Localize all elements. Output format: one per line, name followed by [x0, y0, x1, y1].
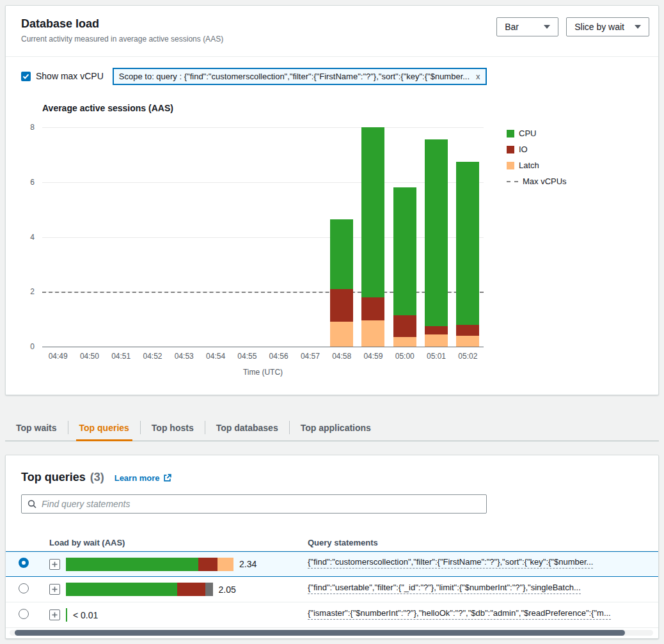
bar-04:54: [204, 127, 227, 347]
slice-by-dropdown-value: Slice by wait: [574, 22, 624, 32]
load-value: 2.34: [239, 559, 257, 569]
query-statement-link[interactable]: {"find":"usertable","filter":{"_id":"?"}…: [308, 583, 581, 594]
query-statement-link[interactable]: {"find":"customerscollection","filter":{…: [308, 557, 593, 569]
query-row[interactable]: 2.34{"find":"customerscollection","filte…: [6, 551, 658, 577]
bar-segment-io[interactable]: [330, 289, 353, 322]
chart-plot: 02468: [42, 127, 484, 347]
plus-icon: [49, 609, 60, 620]
chart-legend: CPUIOLatchMax vCPUs: [507, 127, 567, 347]
x-tick-label: 05:01: [420, 352, 452, 361]
bar-05:01: [425, 127, 448, 347]
bar-05:00: [393, 127, 416, 347]
row-select-radio[interactable]: [19, 609, 29, 619]
table-header-row: Load by wait (AAS) Query statements: [6, 534, 658, 551]
bar-segment-io[interactable]: [393, 315, 416, 337]
bar-segment-cpu[interactable]: [393, 187, 416, 315]
tabs: Top waitsTop queriesTop hostsTop databas…: [5, 414, 659, 441]
legend-item-latch[interactable]: Latch: [507, 161, 567, 170]
bar-slot: [200, 127, 231, 347]
bar-slot: [232, 127, 263, 347]
x-axis-labels: 04:4904:5004:5104:5204:5304:5404:5504:56…: [42, 352, 484, 361]
bar-04:57: [299, 127, 322, 347]
bar-slot: [389, 127, 420, 347]
bar-segment-io[interactable]: [425, 326, 448, 334]
load-segment-cpu: [66, 608, 67, 622]
bar-slot: [358, 127, 389, 347]
bar-segment-cpu[interactable]: [361, 127, 384, 297]
bar-04:55: [235, 127, 258, 347]
queries-table: Load by wait (AAS) Query statements 2.34…: [6, 534, 658, 628]
panel-title: Database load: [21, 17, 223, 31]
legend-item-cpu[interactable]: CPU: [507, 129, 567, 138]
learn-more-label: Learn more: [115, 473, 160, 483]
bar-slot: [263, 127, 294, 347]
legend-item-io[interactable]: IO: [507, 145, 567, 154]
tab-top-applications[interactable]: Top applications: [290, 414, 382, 441]
y-tick-label: 0: [30, 342, 35, 351]
expand-row-button[interactable]: [49, 609, 60, 620]
tab-top-queries[interactable]: Top queries: [68, 414, 140, 441]
queries-count: (3): [90, 471, 104, 484]
slice-by-dropdown[interactable]: Slice by wait: [566, 17, 649, 36]
query-row[interactable]: < 0.01{"ismaster":{"$numberInt":"?"},"he…: [6, 602, 658, 628]
row-select-cell: [6, 558, 42, 570]
scope-chip-close-button[interactable]: x: [476, 72, 480, 81]
bar-segment-latch[interactable]: [361, 320, 384, 347]
bar-segment-cpu[interactable]: [425, 139, 448, 326]
query-statement-link[interactable]: {"ismaster":{"$numberInt":"?"},"helloOk"…: [308, 608, 611, 620]
learn-more-link[interactable]: Learn more: [115, 473, 171, 483]
query-row[interactable]: 2.05{"find":"usertable","filter":{"_id":…: [6, 577, 658, 602]
x-tick-label: 04:54: [200, 352, 231, 361]
check-icon: [22, 74, 29, 79]
expand-row-button[interactable]: [49, 559, 60, 570]
bar-segment-cpu[interactable]: [330, 219, 353, 289]
chart-controls: Show max vCPU Scope to: query : {"find":…: [6, 57, 658, 85]
scope-filter-chip: Scope to: query : {"find":"customerscoll…: [113, 68, 487, 85]
bar-slot: [420, 127, 452, 347]
search-icon: [28, 499, 36, 508]
bar-segment-cpu[interactable]: [456, 162, 479, 325]
bar-segment-latch[interactable]: [393, 337, 416, 347]
horizontal-scrollbar: [10, 630, 653, 636]
load-bar: [66, 558, 233, 571]
bar-segment-io[interactable]: [361, 297, 384, 320]
chart-type-dropdown[interactable]: Bar: [496, 17, 558, 36]
legend-label: Latch: [519, 161, 539, 170]
tab-top-hosts[interactable]: Top hosts: [141, 414, 205, 441]
x-tick-label: 04:59: [358, 352, 389, 361]
tab-top-waits[interactable]: Top waits: [5, 414, 68, 441]
bar-04:59: [361, 127, 384, 347]
color-swatch: [507, 146, 514, 153]
y-tick-label: 2: [30, 287, 35, 296]
bar-04:53: [173, 127, 196, 347]
legend-label: IO: [519, 145, 528, 154]
bar-slot: [74, 127, 105, 347]
row-expand-cell: [42, 609, 66, 620]
bar-segment-latch[interactable]: [456, 336, 479, 347]
bar-04:52: [141, 127, 164, 347]
load-value: 2.05: [219, 585, 236, 595]
column-header-query-statements: Query statements: [308, 538, 647, 547]
color-swatch: [507, 130, 514, 137]
row-select-radio[interactable]: [19, 583, 29, 593]
search-input[interactable]: [42, 499, 480, 509]
tab-top-databases[interactable]: Top databases: [205, 414, 289, 441]
database-load-panel: Database load Current activity measured …: [5, 5, 659, 395]
expand-row-button[interactable]: [49, 584, 60, 595]
scrollbar-thumb[interactable]: [15, 630, 625, 636]
bar-segment-io[interactable]: [456, 325, 479, 336]
bar-segment-latch[interactable]: [425, 334, 448, 347]
external-link-icon: [163, 474, 171, 482]
bar-slot: [452, 127, 484, 347]
dashed-line-swatch: [507, 181, 518, 182]
show-max-vcpu-checkbox[interactable]: [21, 72, 31, 81]
x-tick-label: 04:51: [106, 352, 137, 361]
legend-item-max-vcpus[interactable]: Max vCPUs: [507, 177, 567, 186]
bar-segment-latch[interactable]: [330, 322, 353, 347]
bar-05:02: [456, 127, 479, 347]
queries-panel-header: Top queries (3) Learn more: [6, 455, 658, 484]
x-tick-label: 04:49: [42, 352, 74, 361]
x-tick-label: 04:50: [74, 352, 105, 361]
scope-chip-text: Scope to: query : {"find":"customerscoll…: [119, 72, 470, 81]
row-select-radio[interactable]: [19, 558, 29, 568]
